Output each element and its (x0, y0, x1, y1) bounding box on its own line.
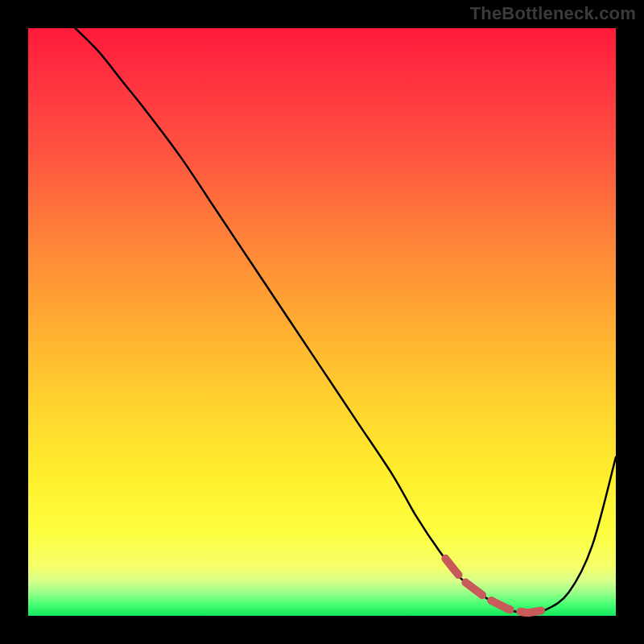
optimal-zone-marker (445, 559, 545, 613)
bottleneck-curve (75, 28, 616, 613)
plot-area (28, 28, 616, 616)
chart-canvas: TheBottleneck.com (0, 0, 644, 644)
watermark-text: TheBottleneck.com (470, 3, 636, 24)
curve-svg (28, 28, 616, 616)
